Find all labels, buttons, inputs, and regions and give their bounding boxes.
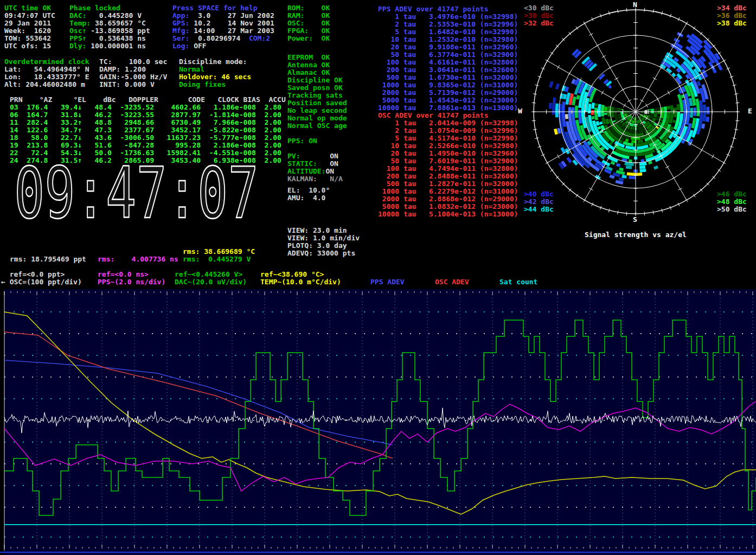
lady-heather-screen[interactable]: UTC time OK09:47:07 UTC29 Jan 2011Week: … [0, 0, 756, 555]
strip-chart [0, 0, 756, 555]
plot-background [4, 289, 756, 555]
